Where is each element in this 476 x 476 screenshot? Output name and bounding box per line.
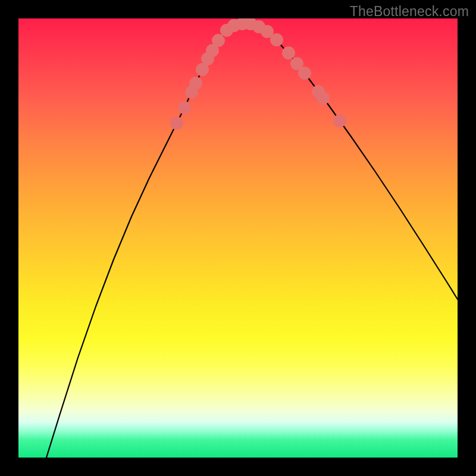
svg-point-20 (333, 114, 346, 127)
chart-frame: TheBottleneck.com (0, 0, 476, 476)
svg-point-15 (282, 46, 295, 60)
watermark-text: TheBottleneck.com (350, 4, 469, 20)
plot-area (18, 18, 458, 458)
highlight-dots (170, 18, 346, 130)
svg-point-19 (317, 92, 330, 105)
svg-point-7 (212, 34, 225, 47)
bottleneck-curve (46, 24, 458, 458)
svg-point-0 (170, 117, 183, 130)
svg-point-17 (298, 67, 311, 80)
svg-point-3 (189, 77, 202, 90)
svg-point-14 (270, 33, 283, 46)
chart-svg (18, 18, 458, 458)
svg-point-1 (178, 101, 191, 114)
